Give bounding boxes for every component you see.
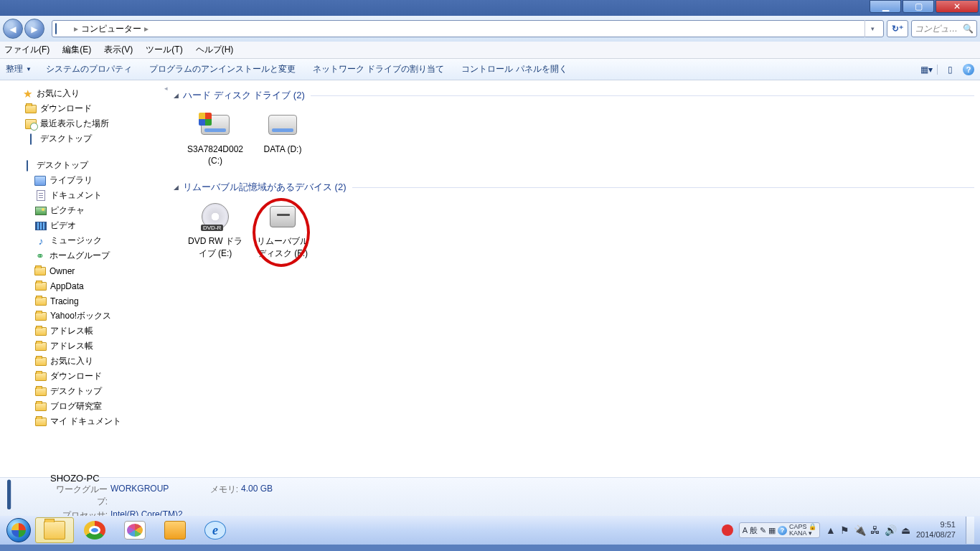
menu-view[interactable]: 表示(V) <box>104 44 133 56</box>
pane-splitter[interactable]: ◂ <box>161 80 171 477</box>
drive-label: DATA (D:) <box>254 143 311 155</box>
sidebar-owner-child[interactable]: アドレス帳 <box>1 339 159 354</box>
ime-conversion-mode[interactable]: 般 <box>750 525 758 536</box>
explorer-body: ★ お気に入り ダウンロード 最近表示した場所 デスクトップ デスクトップ <box>0 80 980 477</box>
organize-button[interactable]: 整理 <box>6 63 26 75</box>
sidebar-downloads[interactable]: ダウンロード <box>1 101 159 116</box>
command-bar: 整理 ▼ システムのプロパティ プログラムのアンインストールと変更 ネットワーク… <box>0 59 980 80</box>
sidebar-owner-child[interactable]: マイ ドキュメント <box>1 414 159 429</box>
sidebar-owner[interactable]: Owner <box>1 263 159 278</box>
sidebar-label: ダウンロード <box>50 370 102 382</box>
taskbar-clock[interactable]: 9:51 2014/08/27 <box>916 520 960 540</box>
view-mode-button[interactable]: ▦▾ <box>920 65 933 75</box>
system-properties-button[interactable]: システムのプロパティ <box>46 63 132 75</box>
sidebar-owner-child[interactable]: Tracing <box>1 293 159 309</box>
tray-overflow-button[interactable]: ▲ <box>826 524 836 536</box>
navigation-pane: ★ お気に入り ダウンロード 最近表示した場所 デスクトップ デスクトップ <box>0 80 161 477</box>
dvd-drive-icon: DVD-R <box>187 201 244 232</box>
computer-icon <box>55 24 67 34</box>
back-button[interactable]: ◄ <box>3 19 23 39</box>
ime-toolbar[interactable]: A 般 ✎ ▦ ? CAPS 🔒 KANA ▾ <box>739 522 820 538</box>
sidebar-owner-child[interactable]: Yahoo!ボックス <box>1 309 159 324</box>
sidebar-desktop-root[interactable]: デスクトップ <box>1 158 159 173</box>
pictures-icon <box>34 205 47 217</box>
sidebar-desktop[interactable]: デスクトップ <box>1 131 159 146</box>
forward-button[interactable]: ► <box>24 19 44 39</box>
drive-d[interactable]: DATA (D:) <box>254 109 311 166</box>
start-button[interactable] <box>3 516 34 545</box>
tray-volume-icon[interactable]: 🔊 <box>885 524 897 536</box>
drive-f-removable[interactable]: リムーバブル ディスク (F:) <box>254 201 311 258</box>
group-header-removable[interactable]: ◢ リムーバブル記憶域があるデバイス (2) <box>174 181 974 194</box>
ime-input-mode[interactable]: A <box>743 526 748 534</box>
address-dropdown-button[interactable]: ▾ <box>864 20 880 37</box>
sidebar-label: ホームグループ <box>50 250 110 262</box>
uninstall-programs-button[interactable]: プログラムのアンインストールと変更 <box>149 63 296 75</box>
open-control-panel-button[interactable]: コントロール パネルを開く <box>461 63 567 75</box>
breadcrumb-location[interactable]: コンピューター <box>81 23 141 35</box>
map-network-drive-button[interactable]: ネットワーク ドライブの割り当て <box>313 63 444 75</box>
sidebar-music[interactable]: ♪ ミュージック <box>1 233 159 248</box>
breadcrumb-sep-icon: ▸ <box>74 24 78 34</box>
taskbar-ie[interactable] <box>196 517 235 543</box>
ime-tool-icon[interactable]: ✎ <box>760 526 766 535</box>
preview-pane-button[interactable]: ▯ <box>948 65 953 75</box>
sidebar-owner-child[interactable]: ブログ研究室 <box>1 399 159 414</box>
group-header-hdd[interactable]: ◢ ハード ディスク ドライブ (2) <box>174 89 974 102</box>
collapse-icon: ◢ <box>174 92 179 99</box>
sidebar-videos[interactable]: ビデオ <box>1 218 159 233</box>
sidebar-label: ドキュメント <box>50 189 102 202</box>
tray-power-icon[interactable]: 🔌 <box>854 524 866 536</box>
drive-e-dvd[interactable]: DVD-R DVD RW ドライブ (E:) <box>187 201 244 258</box>
taskbar-explorer[interactable] <box>35 517 74 543</box>
drive-c[interactable]: S3A7824D002 (C:) <box>187 109 244 166</box>
sidebar-pictures[interactable]: ピクチャ <box>1 203 159 218</box>
removable-disk-icon <box>254 201 311 232</box>
menu-file[interactable]: ファイル(F) <box>4 44 50 56</box>
desktop-icon <box>24 133 37 145</box>
folder-icon <box>34 341 47 352</box>
window-close-button[interactable]: ✕ <box>936 0 979 13</box>
menu-edit[interactable]: 編集(E) <box>62 44 91 56</box>
sidebar-owner-child[interactable]: デスクトップ <box>1 384 159 399</box>
ime-pad-icon[interactable]: ▦ <box>768 526 776 535</box>
sidebar-label: デスクトップ <box>37 159 88 171</box>
drive-label: S3A7824D002 (C:) <box>187 143 244 166</box>
sidebar-recent-places[interactable]: 最近表示した場所 <box>1 116 159 131</box>
sidebar-libraries[interactable]: ライブラリ <box>1 173 159 188</box>
music-icon: ♪ <box>34 235 47 247</box>
search-input[interactable]: コンピュ… 🔍 <box>911 20 977 37</box>
tray-antivirus-icon[interactable] <box>722 524 733 536</box>
sidebar-documents[interactable]: ドキュメント <box>1 188 159 203</box>
sidebar-owner-child[interactable]: ダウンロード <box>1 369 159 384</box>
tray-safely-remove-icon[interactable]: ⏏ <box>901 524 910 536</box>
window-titlebar: ▁ ▢ ✕ <box>0 0 980 16</box>
sidebar-owner-child[interactable]: お気に入り <box>1 354 159 369</box>
content-pane: ◢ ハード ディスク ドライブ (2) S3A7824D002 (C:) DAT… <box>171 80 980 477</box>
tray-network-icon[interactable]: 🖧 <box>870 524 880 536</box>
drive-label: リムーバブル ディスク (F:) <box>254 235 311 258</box>
sidebar-label: アドレス帳 <box>50 340 93 352</box>
ime-help-icon[interactable]: ? <box>778 526 787 535</box>
sidebar-homegroup[interactable]: ⚭ ホームグループ <box>1 248 159 263</box>
taskbar-paint[interactable] <box>116 517 154 543</box>
menu-tools[interactable]: ツール(T) <box>146 44 182 56</box>
sidebar-owner-child[interactable]: アドレス帳 <box>1 324 159 339</box>
sidebar-owner-child[interactable]: AppData <box>1 278 159 293</box>
organize-dropdown-icon[interactable]: ▼ <box>26 66 32 72</box>
taskbar-chrome[interactable] <box>75 517 114 543</box>
refresh-button[interactable]: ↻⁺ <box>887 20 908 37</box>
show-desktop-button[interactable] <box>966 517 974 544</box>
search-icon: 🔍 <box>963 24 974 34</box>
tray-action-center-icon[interactable]: ⚑ <box>840 524 849 536</box>
help-button[interactable]: ? <box>963 64 974 75</box>
window-maximize-button[interactable]: ▢ <box>903 0 934 13</box>
documents-icon <box>34 190 47 202</box>
taskbar-outlook[interactable] <box>156 517 194 543</box>
drive-label: DVD RW ドライブ (E:) <box>187 235 244 258</box>
sidebar-favorites[interactable]: ★ お気に入り <box>1 86 159 101</box>
window-minimize-button[interactable]: ▁ <box>870 0 901 13</box>
address-bar[interactable]: ▸ コンピューター ▸ ▾ <box>52 20 884 37</box>
menu-help[interactable]: ヘルプ(H) <box>196 44 234 56</box>
videos-icon <box>34 220 47 232</box>
